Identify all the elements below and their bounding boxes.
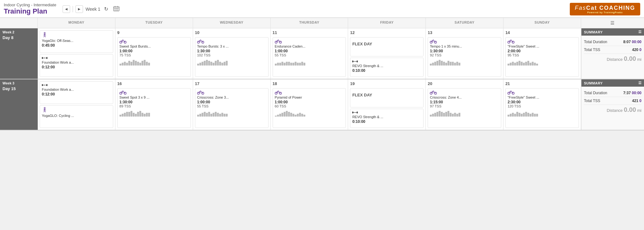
workout-card[interactable]: "FreeStyle" Sweet ... 2:00:00 95 TSS xyxy=(505,37,579,77)
svg-rect-9 xyxy=(117,10,118,10)
bar xyxy=(202,62,203,66)
workout-chart xyxy=(119,109,189,117)
svg-line-15 xyxy=(45,36,46,37)
workout-card[interactable]: YogaGlo: Off-Seas... 0:45:00 xyxy=(40,30,113,53)
workout-card[interactable]: Tempo Bursts: 3 x ... 1:30:00 102 TSS xyxy=(195,37,269,77)
flex-day-label: FLEX DAY xyxy=(352,42,421,46)
total-duration-row: Total Duration 8:07 00:00 xyxy=(584,38,641,46)
svg-line-84 xyxy=(122,91,123,93)
bike-icon xyxy=(430,90,437,95)
workout-card[interactable]: Tempo 1 x 35 minu... 1:30:00 92 TSS xyxy=(428,37,501,77)
workout-card[interactable]: Pyramid of Power 1:00:00 60 TSS xyxy=(273,88,346,128)
week-label-cell-0: Week 2Day 8 xyxy=(0,28,38,79)
day-number-label: 18 xyxy=(273,81,346,86)
workout-name: Endurance Caden... xyxy=(275,44,344,48)
day-cell-0-6: 14 "FreeStyle" Sweet ... 2:00:00 95 TSS xyxy=(503,28,581,79)
workout-card[interactable]: YogaGLO: Cycling ... xyxy=(40,105,113,128)
bar xyxy=(219,62,221,66)
workout-icon xyxy=(352,60,358,63)
day-cell-1-1: 16 Sweet Spot 3 x 9 ... 1:30:00 89 TSS xyxy=(115,79,193,130)
workout-name: REVO Strength & ... xyxy=(352,115,421,119)
workout-card[interactable]: Endurance Caden... 1:00:00 55 TSS xyxy=(273,37,346,77)
bar xyxy=(303,63,305,66)
bar xyxy=(525,62,527,66)
bar xyxy=(297,114,299,117)
summary-menu-icon[interactable]: ☰ xyxy=(638,81,642,85)
workout-card[interactable]: Foundation Work a... 0:12:00 xyxy=(40,81,113,104)
summary-menu-icon[interactable]: ☰ xyxy=(638,30,642,34)
bar xyxy=(142,113,143,117)
workout-name: Foundation Work a... xyxy=(42,60,111,64)
workout-duration: 0:10:00 xyxy=(352,68,421,73)
bar xyxy=(139,63,141,66)
header-left: Indoor Cycling - Intermediate Training P… xyxy=(4,3,121,15)
bar xyxy=(297,63,299,66)
bar xyxy=(452,114,454,117)
bar xyxy=(213,63,214,66)
workout-name: "FreeStyle" Sweet ... xyxy=(508,44,577,48)
svg-line-55 xyxy=(433,40,434,41)
svg-rect-20 xyxy=(47,57,47,59)
week-nav: ◀ ▶ Week 1 ↻ xyxy=(63,5,121,13)
summary-body: Total Duration 7:37 00:00 Total TSS 421 … xyxy=(581,87,644,116)
bar xyxy=(290,63,292,66)
total-duration-value: 8:07 00:00 xyxy=(623,40,641,44)
total-duration-label: Total Duration xyxy=(584,91,607,95)
workout-card[interactable]: Crisscross: Zone 3... 1:00:00 55 TSS xyxy=(195,88,269,128)
svg-rect-102 xyxy=(352,112,353,113)
day-number-label: 13 xyxy=(428,30,501,35)
day-cell-1-3: 18 Pyramid of Power 1:00:00 60 TSS xyxy=(271,79,348,130)
workout-card[interactable]: Crisscross: Zone 4... 1:15:00 97 TSS xyxy=(428,88,501,128)
workout-name: Tempo Bursts: 3 x ... xyxy=(197,44,266,48)
workout-duration: 1:30:00 xyxy=(119,100,189,104)
workout-card[interactable]: Sweet Spot 3 x 9 ... 1:30:00 89 TSS xyxy=(117,88,191,128)
prev-week-button[interactable]: ◀ xyxy=(63,5,70,13)
total-tss-row: Total TSS 421 0 xyxy=(584,97,641,105)
bar xyxy=(430,64,432,66)
workout-card[interactable]: REVO Strength & ... 0:10:00 xyxy=(350,58,424,77)
thursday-header: THURSDAY xyxy=(271,18,348,28)
bar xyxy=(530,63,531,66)
saturday-header: SATURDAY xyxy=(426,18,503,28)
calendar-button[interactable] xyxy=(112,5,121,13)
bar xyxy=(447,111,449,117)
workout-tss: 120 TSS xyxy=(508,104,577,108)
bar xyxy=(144,114,146,117)
svg-rect-6 xyxy=(117,9,118,9)
refresh-button[interactable]: ↻ xyxy=(103,5,109,13)
workout-duration: 1:00:00 xyxy=(119,49,189,53)
svg-rect-105 xyxy=(357,112,358,113)
workout-card[interactable]: Foundation Work a... 0:12:00 xyxy=(40,54,113,77)
total-tss-label: Total TSS xyxy=(584,99,600,103)
total-tss-value: 420 0 xyxy=(632,48,641,52)
workout-tss: 89 TSS xyxy=(119,104,189,108)
workout-tss: 55 TSS xyxy=(275,53,344,57)
summary-cell-1: SUMMARY ☰ Total Duration 7:37 00:00 Tota… xyxy=(581,79,644,130)
svg-rect-5 xyxy=(116,9,117,9)
workout-card[interactable]: REVO Strength & ... 0:10:00 xyxy=(350,109,424,128)
workout-icon xyxy=(42,56,47,60)
svg-line-98 xyxy=(278,91,279,92)
workout-card-flex[interactable]: FLEX DAY xyxy=(350,88,424,107)
week-row-2: Week 2Day 8 YogaGlo: Off-Seas... 0:45:00… xyxy=(0,28,644,79)
svg-line-82 xyxy=(123,91,124,92)
bar xyxy=(215,61,217,66)
workout-icon xyxy=(508,39,514,43)
bar xyxy=(139,111,141,117)
next-week-button[interactable]: ▶ xyxy=(75,5,83,13)
workout-card-flex[interactable]: FLEX DAY xyxy=(350,37,424,56)
workout-card[interactable]: "FreeStyle" Sweet ... 2:30:00 120 TSS xyxy=(505,88,579,128)
summary-menu-header[interactable]: ☰ xyxy=(581,18,644,28)
bar xyxy=(133,60,135,66)
bar xyxy=(523,63,525,66)
workout-icon xyxy=(430,90,437,95)
bar xyxy=(441,112,443,117)
bar xyxy=(221,63,223,66)
svg-line-113 xyxy=(432,91,433,93)
bar xyxy=(456,114,458,117)
day-number-label: 21 xyxy=(505,81,579,86)
workout-card[interactable]: Sweet Spot Bursts... 1:00:00 75 TSS xyxy=(117,37,191,77)
workout-chart xyxy=(197,109,266,117)
svg-rect-47 xyxy=(353,61,354,62)
svg-line-100 xyxy=(277,91,278,93)
